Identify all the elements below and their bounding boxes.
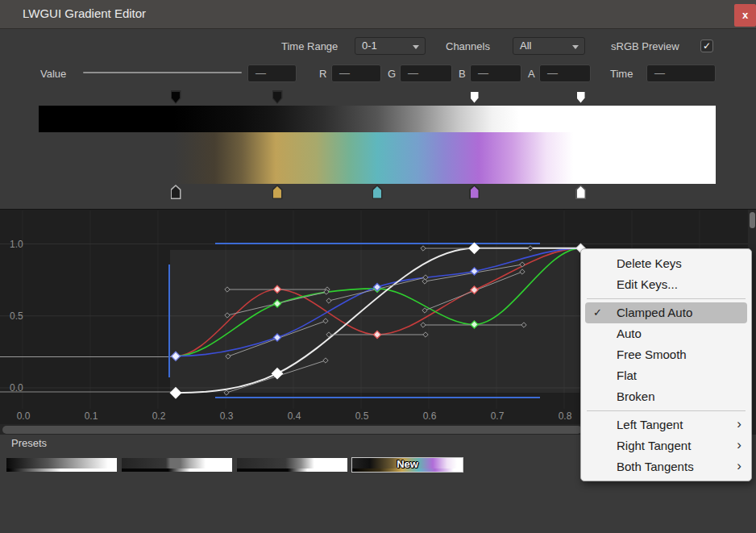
color-key-marker-fill: [471, 186, 479, 198]
preset-1[interactable]: [6, 458, 117, 472]
preset-3-gradient: [237, 458, 347, 468]
menu-item-left-tangent[interactable]: Left Tangent›: [581, 414, 751, 435]
r-field[interactable]: —: [331, 65, 381, 82]
title-bar: LWGUI Gradient Editor x: [0, 0, 756, 29]
time-range-value: 0-1: [362, 40, 377, 52]
preset-3[interactable]: [237, 458, 347, 472]
b-field[interactable]: —: [470, 65, 521, 82]
preset-2[interactable]: [122, 458, 232, 472]
menu-item-edit-keys[interactable]: Edit Keys...: [581, 274, 751, 295]
new-preset-button[interactable]: New: [352, 458, 463, 470]
submenu-arrow-icon: ›: [737, 435, 741, 456]
menu-item-label: Broken: [617, 389, 655, 403]
menu-item-delete-keys[interactable]: Delete Keys: [581, 253, 751, 274]
channels-dropdown[interactable]: All: [513, 37, 585, 55]
time-field[interactable]: —: [646, 65, 716, 82]
presets-label: Presets: [11, 437, 47, 449]
b-field-text: —: [478, 67, 488, 79]
color-key-marker[interactable]: [575, 185, 586, 199]
x-tick-label: 0.5: [352, 410, 372, 422]
alpha-key-marker-fill: [273, 92, 281, 103]
gradient-preview-bar[interactable]: [39, 106, 716, 184]
time-range-dropdown[interactable]: 0-1: [355, 37, 426, 55]
menu-item-broken[interactable]: Broken: [581, 386, 751, 407]
menu-separator: [587, 298, 746, 299]
value-slider[interactable]: [83, 72, 242, 73]
alpha-gradient-strip: [39, 106, 716, 132]
color-key-marker[interactable]: [372, 185, 383, 199]
menu-item-clamped-auto[interactable]: ✓Clamped Auto: [585, 302, 747, 323]
menu-separator: [587, 410, 746, 411]
menu-item-label: Clamped Auto: [617, 306, 692, 319]
menu-item-both-tangents[interactable]: Both Tangents›: [581, 456, 751, 477]
x-tick-label: 0.1: [81, 410, 101, 422]
menu-item-flat[interactable]: Flat: [581, 365, 751, 386]
alpha-key-marker[interactable]: [575, 90, 586, 104]
preset-2-gradient: [122, 458, 232, 468]
y-tick-label: 0.0: [10, 382, 23, 394]
preset-2-strip: [122, 468, 232, 472]
gradient-editor-window: LWGUI Gradient Editor x Time Range 0-1 C…: [0, 0, 756, 533]
g-label: G: [388, 68, 396, 80]
color-key-marker[interactable]: [272, 185, 283, 199]
menu-item-free-smooth[interactable]: Free Smooth: [581, 344, 751, 365]
g-field[interactable]: —: [400, 65, 452, 82]
alpha-key-marker-fill: [471, 92, 479, 103]
preset-new[interactable]: New: [352, 458, 463, 472]
x-tick-label: 0.2: [149, 410, 168, 422]
y-tick-label: 0.5: [10, 310, 23, 322]
x-tick-label: 0.8: [555, 410, 575, 422]
menu-item-right-tangent[interactable]: Right Tangent›: [581, 435, 751, 456]
close-button[interactable]: x: [734, 4, 756, 27]
horizontal-scrollbar-thumb[interactable]: [2, 426, 582, 434]
alpha-key-marker[interactable]: [171, 90, 181, 104]
chevron-down-icon: [572, 45, 579, 49]
alpha-key-marker[interactable]: [469, 90, 480, 104]
channels-value: All: [520, 40, 531, 52]
submenu-arrow-icon: ›: [737, 456, 741, 477]
alpha-key-marker-fill: [577, 92, 585, 103]
menu-item-label: Flat: [617, 369, 637, 382]
y-tick-label: 1.0: [10, 239, 23, 250]
color-gradient-strip: [39, 132, 716, 184]
menu-item-label: Delete Keys: [617, 256, 682, 270]
color-key-marker-fill: [577, 186, 585, 198]
presets-row: New: [6, 458, 463, 472]
vertical-scrollbar-thumb[interactable]: [750, 212, 755, 228]
menu-item-label: Free Smooth: [617, 348, 687, 361]
srgb-preview-checkbox[interactable]: ✓: [700, 40, 713, 52]
color-key-marker-fill: [273, 186, 281, 198]
submenu-arrow-icon: ›: [737, 414, 741, 435]
alpha-key-marker-fill: [172, 92, 180, 103]
r-label: R: [319, 68, 326, 80]
window-title: LWGUI Gradient Editor: [23, 6, 146, 20]
chevron-down-icon: [413, 45, 419, 49]
menu-item-label: Both Tangents: [617, 460, 694, 473]
menu-item-auto[interactable]: Auto: [581, 323, 751, 344]
g-field-text: —: [408, 67, 418, 79]
color-key-marker[interactable]: [469, 185, 480, 199]
channels-label: Channels: [446, 40, 490, 52]
preset-1-strip: [6, 468, 117, 472]
value-field[interactable]: —: [247, 65, 297, 82]
context-menu: Delete KeysEdit Keys...✓Clamped AutoAuto…: [580, 248, 752, 481]
time-label: Time: [610, 68, 633, 80]
x-tick-label: 0.0: [14, 410, 33, 422]
color-key-marker-fill: [373, 186, 381, 198]
color-key-marker[interactable]: [171, 185, 181, 199]
menu-item-label: Auto: [617, 327, 642, 340]
menu-item-label: Edit Keys...: [617, 277, 678, 291]
check-icon: ✓: [703, 40, 711, 52]
selection-region: [170, 250, 579, 393]
a-field[interactable]: —: [539, 65, 591, 82]
color-key-marker-fill: [172, 186, 180, 198]
alpha-key-marker[interactable]: [272, 90, 283, 104]
a-field-text: —: [547, 67, 558, 79]
menu-item-label: Right Tangent: [617, 439, 691, 452]
x-tick-label: 0.3: [217, 410, 236, 422]
preset-1-gradient: [6, 458, 117, 468]
x-tick-label: 0.6: [420, 410, 439, 422]
time-range-label: Time Range: [281, 40, 338, 52]
check-icon: ✓: [593, 302, 602, 323]
srgb-preview-label: sRGB Preview: [611, 40, 679, 52]
